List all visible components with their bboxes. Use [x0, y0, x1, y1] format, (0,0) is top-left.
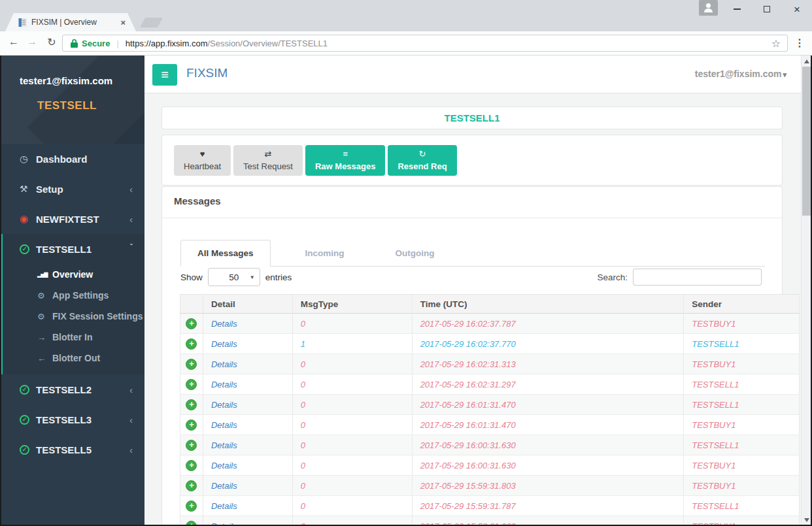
- details-link[interactable]: Details: [211, 359, 237, 369]
- table-row: +Details02017-05-29 15:59:31.803TESTBUY1: [180, 476, 800, 496]
- refresh-button[interactable]: ↻: [43, 36, 60, 48]
- detail-cell: Details: [203, 395, 293, 414]
- sidebar-item-app-settings[interactable]: ⚙App Settings: [3, 285, 144, 306]
- back-button[interactable]: ←: [5, 36, 22, 48]
- details-link[interactable]: Details: [211, 380, 237, 389]
- sidebar-item-label: TESTSELL1: [36, 244, 130, 255]
- expand-row-button[interactable]: +: [186, 338, 197, 350]
- wrench-icon: ⚒: [20, 184, 36, 194]
- new-tab-button[interactable]: [140, 18, 163, 27]
- sidebar-item-blotter-out[interactable]: ←Blotter Out: [3, 348, 144, 369]
- maximize-icon: [764, 6, 770, 12]
- expand-row-button[interactable]: +: [186, 440, 197, 451]
- time-cell: 2017-05-29 16:02:37.770: [413, 334, 685, 353]
- chevron-left-icon: ‹: [129, 184, 133, 195]
- expand-row-button[interactable]: +: [186, 480, 197, 491]
- sidebar-item-testsell2[interactable]: ✓TESTSELL2‹: [0, 374, 144, 404]
- sender-cell: TESTSELL1: [684, 395, 800, 414]
- msgtype-cell: 0: [293, 354, 413, 374]
- details-link[interactable]: Details: [211, 319, 237, 329]
- test-request-button[interactable]: ⇄Test Request: [233, 145, 303, 176]
- chevron-down-icon: ˇ: [130, 243, 133, 252]
- page-size-select[interactable]: 50 ▼: [208, 268, 260, 286]
- user-menu[interactable]: tester1@fixsim.com▾: [695, 69, 787, 79]
- hamburger-button[interactable]: ≡: [152, 64, 177, 86]
- scroll-up-icon[interactable]: [804, 59, 809, 63]
- button-label: Test Request: [243, 161, 293, 171]
- browser-menu-icon[interactable]: ⋮: [792, 37, 807, 49]
- sidebar-item-newfixtest[interactable]: ◉NEWFIXTEST‹: [0, 204, 144, 234]
- detail-cell: Details: [203, 334, 293, 353]
- raw-messages-button[interactable]: ≡Raw Messages: [305, 145, 386, 176]
- details-link[interactable]: Details: [211, 461, 237, 470]
- table-header-row: Detail MsgType Time (UTC) Sender: [180, 294, 800, 314]
- time-cell: 2017-05-29 16:01:31.470: [413, 395, 685, 414]
- address-bar[interactable]: Secure | https://app.fixsim.com /Session…: [62, 35, 788, 52]
- profile-button[interactable]: [699, 0, 718, 16]
- sender-cell: TESTSELL1: [684, 435, 800, 455]
- session-title: TESTSELL1: [444, 112, 499, 123]
- expand-row-button[interactable]: +: [186, 318, 197, 329]
- chevron-left-icon: ‹: [129, 414, 133, 425]
- sidebar-item-blotter-in[interactable]: →Blotter In: [3, 327, 144, 348]
- divider: [162, 218, 782, 218]
- search-input[interactable]: [633, 269, 762, 286]
- heartbeat-button[interactable]: ♥Heartbeat: [174, 145, 231, 176]
- secure-label[interactable]: Secure: [82, 39, 110, 48]
- expand-row-button[interactable]: +: [186, 379, 197, 390]
- sidebar-item-dashboard[interactable]: ◷Dashboard: [0, 144, 144, 174]
- details-link[interactable]: Details: [211, 481, 237, 491]
- table-row: +Details02017-05-29 16:01:31.470TESTBUY1: [180, 415, 800, 435]
- expand-row-button[interactable]: +: [186, 359, 197, 370]
- sidebar-item-testsell1[interactable]: ✓TESTSELL1ˇ: [3, 234, 144, 264]
- forward-button[interactable]: →: [24, 36, 41, 48]
- maximize-button[interactable]: [752, 0, 782, 18]
- detail-cell: Details: [203, 455, 293, 475]
- sidebar-item-label: Dashboard: [36, 154, 133, 165]
- details-link[interactable]: Details: [211, 420, 237, 430]
- resend-req-button[interactable]: ↻Resend Req: [388, 145, 456, 176]
- sidebar-item-setup[interactable]: ⚒Setup‹: [0, 174, 144, 204]
- expand-row-button[interactable]: +: [186, 399, 197, 410]
- show-label: Show: [180, 272, 203, 282]
- sidebar-item-overview[interactable]: ▂▅▇Overview: [3, 264, 144, 285]
- expand-cell: +: [180, 476, 203, 495]
- time-cell: 2017-05-29 15:59:31.787: [413, 496, 685, 516]
- person-icon: [706, 3, 711, 8]
- details-link[interactable]: Details: [211, 440, 237, 450]
- sidebar-item-testsell5[interactable]: ✓TESTSELL5‹: [0, 435, 144, 465]
- close-button[interactable]: ×: [782, 0, 812, 18]
- button-label: Heartbeat: [184, 161, 221, 171]
- sidebar-header: tester1@fixsim.com TESTSELL: [0, 56, 144, 144]
- messages-table: Detail MsgType Time (UTC) Sender +Detail…: [180, 294, 800, 526]
- main-content: TESTSELL1 ♥Heartbeat⇄Test Request≡Raw Me…: [144, 93, 801, 526]
- expand-row-button[interactable]: +: [186, 460, 197, 471]
- tab-title: FIXSIM | Overview: [31, 18, 120, 27]
- expand-row-button[interactable]: +: [186, 419, 197, 431]
- details-link[interactable]: Details: [211, 400, 237, 410]
- details-link[interactable]: Details: [211, 339, 237, 349]
- tab-close-icon[interactable]: ×: [120, 18, 126, 27]
- scroll-down-icon[interactable]: [804, 518, 809, 522]
- app-brand[interactable]: FIXSIM: [186, 66, 228, 80]
- bar-chart-icon: ▂▅▇: [37, 272, 52, 278]
- list-icon: ≡: [343, 150, 348, 159]
- tab-incoming[interactable]: Incoming: [289, 240, 361, 266]
- sidebar-item-testsell3[interactable]: ✓TESTSELL3‹: [0, 404, 144, 435]
- minimize-button[interactable]: [722, 0, 752, 18]
- table-row: +Details02017-05-29 15:59:31.787TESTSELL…: [180, 496, 800, 516]
- browser-titlebar: FIXSIM | Overview × ×: [0, 0, 812, 31]
- expand-row-button[interactable]: +: [186, 501, 197, 512]
- check-circle-icon: ✓: [20, 415, 29, 425]
- sidebar-group-testsell1: ✓TESTSELL1ˇ▂▅▇Overview⚙App Settings⚙FIX …: [0, 234, 144, 374]
- details-link[interactable]: Details: [211, 501, 237, 511]
- msgtype-cell: 0: [293, 314, 413, 333]
- msgtype-cell: 0: [293, 476, 413, 495]
- sidebar-item-fix-session-settings[interactable]: ⚙FIX Session Settings: [3, 306, 144, 327]
- tab-all-messages[interactable]: All Messages: [180, 240, 271, 267]
- tab-outgoing[interactable]: Outgoing: [379, 240, 451, 266]
- bookmark-star-icon[interactable]: ☆: [771, 37, 781, 50]
- button-label: Raw Messages: [315, 161, 376, 171]
- session-title-panel: TESTSELL1: [161, 107, 783, 129]
- browser-tab[interactable]: FIXSIM | Overview ×: [5, 13, 136, 31]
